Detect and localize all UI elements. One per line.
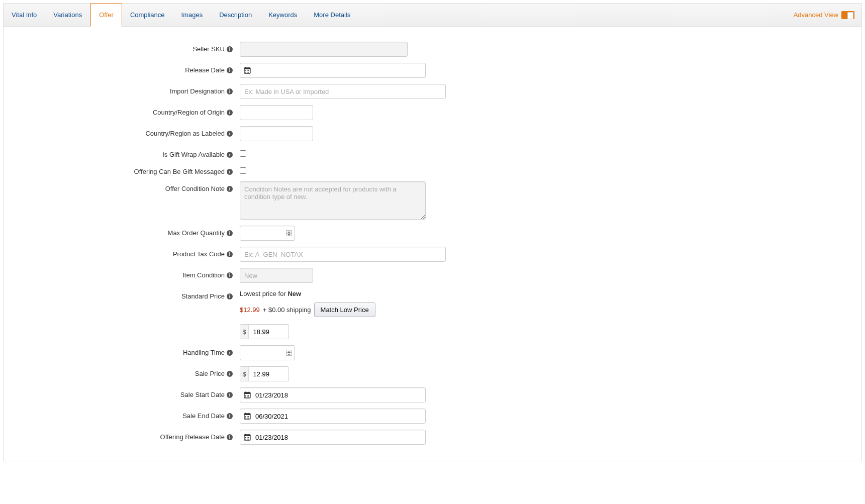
country-labeled-input[interactable] xyxy=(240,126,313,141)
import-designation-label: Import Designation xyxy=(170,87,225,95)
info-icon[interactable]: i xyxy=(227,251,233,257)
info-icon[interactable]: i xyxy=(227,46,233,52)
info-icon[interactable]: i xyxy=(227,413,233,419)
item-condition-input xyxy=(240,268,313,283)
quantity-stepper[interactable]: ▲▼ xyxy=(286,230,292,236)
release-date-label: Release Date xyxy=(185,66,225,74)
info-icon[interactable]: i xyxy=(227,131,233,137)
tab-variations[interactable]: Variations xyxy=(45,4,90,26)
release-date-input[interactable] xyxy=(240,63,426,78)
tab-description[interactable]: Description xyxy=(211,4,260,26)
gift-wrap-label: Is Gift Wrap Available xyxy=(162,151,225,158)
country-origin-label: Country/Region of Origin xyxy=(153,109,225,116)
gift-wrap-checkbox[interactable] xyxy=(240,150,246,157)
advanced-view-toggle[interactable] xyxy=(841,11,854,19)
main-panel: Vital Info Variations Offer Compliance I… xyxy=(3,3,862,461)
gift-messaged-checkbox[interactable] xyxy=(240,167,246,174)
sale-end-input[interactable] xyxy=(240,409,426,424)
advanced-view: Advanced View xyxy=(794,11,854,19)
standard-price-label: Standard Price xyxy=(181,292,225,300)
advanced-view-label: Advanced View xyxy=(794,11,838,19)
sale-price-input[interactable] xyxy=(249,367,289,381)
tab-compliance[interactable]: Compliance xyxy=(122,4,173,26)
tab-images[interactable]: Images xyxy=(173,4,212,26)
lowest-price-value: $12.99 xyxy=(240,306,260,314)
seller-sku-input xyxy=(240,42,408,57)
seller-sku-label: Seller SKU xyxy=(193,45,225,53)
sale-start-label: Sale Start Date xyxy=(180,391,225,398)
sale-start-input[interactable] xyxy=(240,387,426,402)
tax-code-label: Product Tax Code xyxy=(173,250,225,258)
sale-end-label: Sale End Date xyxy=(182,412,225,420)
condition-note-textarea xyxy=(240,181,426,220)
info-icon[interactable]: i xyxy=(227,152,233,158)
info-icon[interactable]: i xyxy=(227,434,233,440)
item-condition-label: Item Condition xyxy=(182,271,225,279)
country-origin-input[interactable] xyxy=(240,105,313,120)
sale-price-input-wrap: $ xyxy=(240,366,289,381)
info-icon[interactable]: i xyxy=(227,371,233,377)
offering-release-label: Offering Release Date xyxy=(160,433,225,441)
info-icon[interactable]: i xyxy=(227,272,233,278)
info-icon[interactable]: i xyxy=(227,169,233,175)
offering-release-input[interactable] xyxy=(240,430,426,445)
import-designation-input[interactable] xyxy=(240,84,446,99)
info-icon[interactable]: i xyxy=(227,230,233,236)
info-icon[interactable]: i xyxy=(227,88,233,94)
standard-price-input-wrap: $ xyxy=(240,324,289,339)
tab-keywords[interactable]: Keywords xyxy=(260,4,306,26)
country-labeled-label: Country/Region as Labeled xyxy=(145,130,225,137)
info-icon[interactable]: i xyxy=(227,186,233,192)
info-icon[interactable]: i xyxy=(227,293,233,299)
condition-note-label: Offer Condition Note xyxy=(165,185,225,192)
shipping-text: + $0.00 shipping xyxy=(263,306,311,314)
tab-bar: Vital Info Variations Offer Compliance I… xyxy=(4,4,861,27)
form-area: Seller SKU i Release Date i Imp xyxy=(4,27,861,461)
tab-more-details[interactable]: More Details xyxy=(306,4,359,26)
standard-price-input[interactable] xyxy=(249,325,289,339)
info-icon[interactable]: i xyxy=(227,110,233,116)
match-low-price-button[interactable]: Match Low Price xyxy=(314,303,375,317)
max-order-qty-label: Max Order Quantity xyxy=(168,229,225,237)
info-icon[interactable]: i xyxy=(227,392,233,398)
tab-vital-info[interactable]: Vital Info xyxy=(4,4,45,26)
info-icon[interactable]: i xyxy=(227,67,233,73)
currency-symbol: $ xyxy=(240,367,249,381)
sale-price-label: Sale Price xyxy=(195,370,225,377)
handling-time-label: Handling Time xyxy=(183,349,225,356)
gift-messaged-label: Offering Can Be Gift Messaged xyxy=(134,168,225,175)
currency-symbol: $ xyxy=(240,325,249,339)
handling-time-stepper[interactable]: ▲▼ xyxy=(286,350,292,356)
tab-offer[interactable]: Offer xyxy=(90,3,122,27)
tax-code-input[interactable] xyxy=(240,247,446,262)
lowest-price-text: Lowest price for New xyxy=(240,290,375,297)
info-icon[interactable]: i xyxy=(227,350,233,356)
